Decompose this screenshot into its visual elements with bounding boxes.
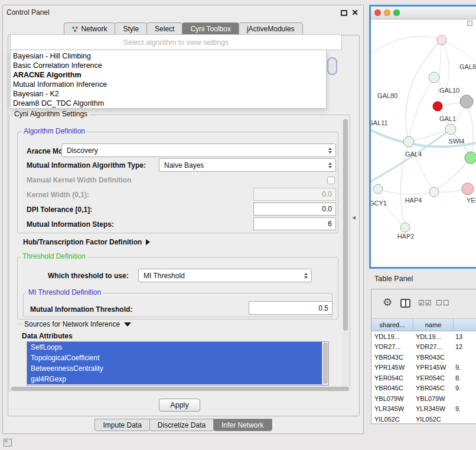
data-attribute-item[interactable]: SelfLoops [27, 342, 322, 353]
network-edge[interactable] [371, 37, 442, 56]
column-header[interactable] [454, 319, 476, 331]
node-label: GAL10 [439, 87, 459, 94]
tab-discretize-data[interactable]: Discretize Data [149, 419, 214, 431]
tab-jactivemodules[interactable]: jActiveModules [239, 22, 303, 35]
network-edge[interactable] [406, 40, 442, 142]
mi-steps-input[interactable]: 6 [253, 217, 336, 230]
zoom-traffic-light[interactable] [393, 9, 400, 16]
table-row[interactable]: YLR345WYLR345W9. [371, 404, 476, 415]
threshold-type-value: MI Threshold [144, 272, 302, 280]
network-window-titlebar[interactable] [371, 6, 476, 19]
network-node[interactable] [437, 35, 446, 45]
table-row[interactable]: YDR27...YDR27...12 [371, 342, 476, 353]
scrollbar-thumb[interactable] [323, 343, 328, 384]
sources-label: Sources for Network Inference [24, 320, 120, 328]
data-attribute-item[interactable]: BetweennessCentrality [27, 363, 322, 374]
tab-label: Select [155, 25, 174, 33]
tab-style[interactable]: Style [115, 22, 147, 35]
sources-toggle[interactable]: Sources for Network Inference [24, 320, 131, 328]
network-edge[interactable] [378, 189, 405, 227]
birdseye-toggle-icon[interactable] [467, 21, 472, 26]
mi-steps-label: Mutual Information Steps: [27, 220, 114, 229]
network-edge[interactable] [467, 102, 473, 158]
algorithm-option[interactable]: Bayesian - K2 [11, 89, 326, 99]
network-node[interactable] [429, 72, 439, 83]
network-node[interactable] [429, 187, 439, 197]
algorithm-dropdown-list[interactable]: Bayesian - Hill ClimbingBasic Correlatio… [10, 50, 327, 109]
tab-impute-data[interactable]: Impute Data [94, 419, 149, 431]
scrollbar-thumb[interactable] [11, 387, 349, 391]
network-node[interactable] [465, 152, 476, 164]
table-row[interactable]: YDL19...YDL19...13 [371, 331, 476, 342]
expanded-arrow-icon [124, 322, 131, 327]
network-canvas[interactable]: GAL80GAL80GAL10GAL11GAL1SWI4GAL4GCY1HAP4… [371, 19, 476, 267]
node-label: SWI4 [449, 138, 465, 145]
network-view-window[interactable]: GAL80GAL80GAL10GAL11GAL1SWI4GAL4GCY1HAP4… [369, 5, 476, 269]
algorithm-option[interactable]: Mutual Information Inference [11, 80, 326, 89]
network-edge[interactable] [378, 189, 434, 194]
close-window-icon[interactable]: ✕ [351, 8, 358, 17]
tab-network[interactable]: Network [64, 22, 115, 35]
control-panel-titlebar[interactable]: Control Panel ✕ [3, 5, 363, 21]
scrollbar-thumb[interactable] [343, 119, 348, 331]
gear-icon[interactable]: ⚙ [383, 296, 392, 309]
tab-cyni-toolbox[interactable]: Cyni Toolbox [182, 22, 239, 35]
settings-vertical-scrollbar[interactable] [342, 118, 349, 389]
columns-icon[interactable] [400, 299, 410, 308]
column-header[interactable]: name [413, 319, 454, 331]
which-threshold-label: Which threshold to use: [48, 272, 129, 280]
mi-threshold-input[interactable]: 0.5 [249, 301, 332, 315]
algorithm-select-combobox[interactable]: Select algorithm to view settings [10, 34, 342, 50]
column-header[interactable]: shared... [371, 319, 413, 331]
data-attribute-item[interactable]: TopologicalCoefficient [27, 353, 322, 363]
network-node[interactable] [373, 184, 383, 194]
tab-infer-network[interactable]: Infer Network [213, 419, 272, 431]
node-label: HAP2 [397, 233, 415, 240]
mi-algorithm-type-select[interactable]: Naive Bayes [159, 158, 336, 172]
network-graph[interactable]: GAL80GAL80GAL10GAL11GAL1SWI4GAL4GCY1HAP4… [371, 19, 476, 267]
table-row[interactable]: YER054CYER054C8. [371, 373, 476, 383]
panel-collapse-arrow-icon[interactable]: ◀ [352, 215, 356, 220]
table-cell: YER054C [413, 373, 454, 383]
kernel-width-label: Kernel Width (0,1): [27, 191, 89, 199]
minimize-traffic-light[interactable] [384, 9, 390, 16]
table-row[interactable]: YBR045CYBR045C9. [371, 383, 476, 394]
select-all-checkboxes-icon[interactable]: ☑☑ [418, 299, 432, 307]
aracne-mode-select[interactable]: Discovery [61, 144, 336, 157]
data-attributes-list[interactable]: SelfLoopsTopologicalCoefficientBetweenne… [27, 341, 329, 386]
float-window-icon[interactable] [341, 10, 347, 16]
close-traffic-light[interactable] [374, 9, 381, 16]
settings-horizontal-scrollbar[interactable] [10, 386, 351, 392]
table-row[interactable]: YIL052CYIL052C [371, 414, 476, 424]
panel-toggle-icon[interactable] [4, 439, 12, 446]
apply-button[interactable]: Apply [159, 399, 200, 412]
network-node[interactable] [433, 102, 442, 111]
network-node[interactable] [400, 223, 410, 232]
network-edge[interactable] [409, 77, 434, 142]
network-node[interactable] [445, 124, 456, 135]
attributes-list-scrollbar[interactable] [322, 342, 328, 385]
network-edge[interactable] [438, 40, 442, 106]
network-edge[interactable] [438, 40, 449, 106]
algorithm-option[interactable]: ARACNE Algorithm [11, 70, 326, 80]
data-attribute-item[interactable]: gal4RGexp [27, 374, 322, 384]
dpi-tolerance-input[interactable]: 0.0 [253, 203, 336, 216]
algorithm-option[interactable]: Dream8 DC_TDC Algorithm [11, 99, 326, 108]
table-row[interactable]: YPR145WYPR145W9. [371, 363, 476, 373]
network-edge[interactable] [409, 129, 451, 142]
deselect-all-checkboxes-icon[interactable]: ☐☐ [436, 299, 450, 307]
network-node[interactable] [403, 136, 414, 147]
combo-arrows-icon [328, 162, 332, 168]
network-node[interactable] [460, 95, 473, 108]
table-row[interactable]: YBL079WYBL079W [371, 393, 476, 404]
collapsed-arrow-icon [146, 239, 150, 245]
algorithm-option[interactable]: Bayesian - Hill Climbing [11, 51, 326, 61]
threshold-type-select[interactable]: MI Threshold [138, 269, 312, 282]
hub-definition-toggle[interactable]: Hub/Transcription Factor Definition [23, 238, 150, 246]
kernel-width-input[interactable]: 0.0 [253, 188, 336, 201]
tab-select[interactable]: Select [146, 22, 182, 35]
network-node[interactable] [462, 183, 474, 195]
manual-kernel-width-checkbox[interactable] [327, 177, 335, 184]
algorithm-option[interactable]: Basic Correlation Inference [11, 61, 326, 70]
table-row[interactable]: YBR043CYBR043C [371, 352, 476, 363]
